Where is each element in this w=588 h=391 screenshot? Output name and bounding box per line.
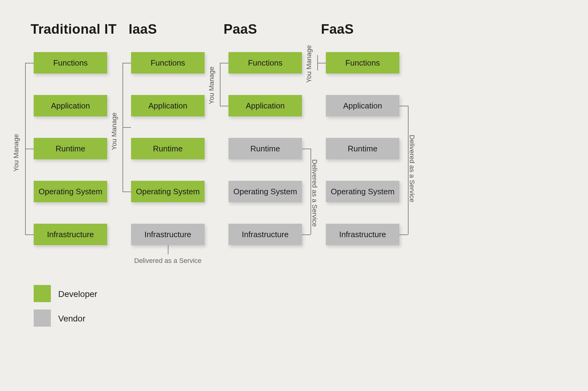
- col-header-faas: FaaS: [321, 21, 354, 37]
- bracket-tick: [399, 106, 408, 106]
- bracket-iaas-delivered: [168, 245, 168, 254]
- bracket-tick: [123, 192, 131, 192]
- label-faas-you-manage: You Manage: [305, 45, 313, 83]
- box-iaas-application: Application: [131, 95, 205, 116]
- box-traditional-os: Operating System: [34, 181, 107, 202]
- box-traditional-functions: Functions: [34, 52, 107, 74]
- bracket-tick: [317, 63, 326, 63]
- box-paas-functions: Functions: [228, 52, 302, 74]
- bracket-tick: [123, 63, 131, 63]
- legend-swatch-vendor: [34, 309, 51, 327]
- box-paas-os: Operating System: [228, 181, 302, 202]
- col-header-traditional: Traditional IT: [31, 21, 117, 37]
- bracket-tick: [302, 149, 311, 149]
- box-iaas-functions: Functions: [131, 52, 205, 74]
- box-paas-runtime: Runtime: [228, 138, 302, 159]
- box-faas-os: Operating System: [326, 181, 399, 202]
- label-paas-delivered: Delivered as a Service: [311, 159, 318, 227]
- bracket-tick: [123, 127, 131, 128]
- col-header-iaas: IaaS: [129, 21, 157, 37]
- label-faas-delivered: Delivered as a Service: [408, 135, 416, 202]
- bracket-tick: [25, 63, 34, 63]
- box-faas-runtime: Runtime: [326, 138, 399, 159]
- box-paas-application: Application: [228, 95, 302, 116]
- box-traditional-runtime: Runtime: [34, 138, 107, 159]
- label-iaas-you-manage: You Manage: [110, 112, 118, 150]
- box-traditional-application: Application: [34, 95, 107, 116]
- box-traditional-infra: Infrastructure: [34, 224, 107, 245]
- bracket-tick: [399, 234, 408, 235]
- box-faas-application: Application: [326, 95, 399, 116]
- bracket-tick: [25, 149, 34, 149]
- legend-label-developer: Developer: [58, 289, 97, 299]
- box-faas-functions: Functions: [326, 52, 399, 74]
- legend-label-vendor: Vendor: [58, 314, 85, 324]
- box-faas-infra: Infrastructure: [326, 224, 399, 245]
- diagram-canvas: Traditional IT IaaS PaaS FaaS Functions …: [0, 0, 588, 391]
- bracket-tick: [220, 106, 228, 106]
- box-iaas-infra: Infrastructure: [131, 224, 205, 245]
- col-header-paas: PaaS: [224, 21, 257, 37]
- box-paas-infra: Infrastructure: [228, 224, 302, 245]
- box-iaas-os: Operating System: [131, 181, 205, 202]
- bracket-paas-you-manage: [220, 63, 221, 106]
- label-traditional-you-manage: You Manage: [12, 134, 20, 172]
- legend-swatch-developer: [34, 285, 51, 302]
- label-paas-you-manage: You Manage: [208, 66, 216, 104]
- bracket-tick: [220, 63, 228, 63]
- bracket-tick: [25, 234, 34, 235]
- bracket-tick: [302, 234, 311, 235]
- box-iaas-runtime: Runtime: [131, 138, 205, 159]
- label-iaas-delivered: Delivered as a Service: [134, 257, 202, 265]
